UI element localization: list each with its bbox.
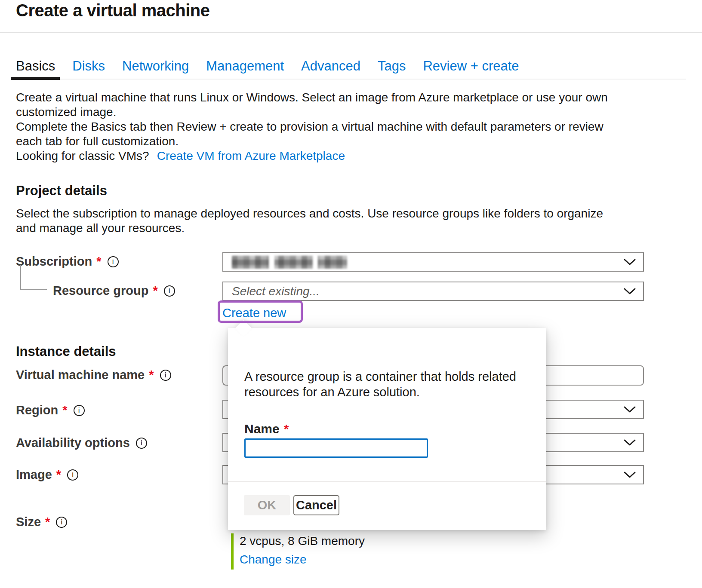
resource-group-label: Resource group * i xyxy=(53,284,175,298)
vm-name-label-text: Virtual machine name xyxy=(16,368,145,382)
tabs-divider xyxy=(11,79,686,80)
chevron-down-icon xyxy=(623,406,636,413)
tab-networking[interactable]: Networking xyxy=(117,58,194,74)
popup-divider xyxy=(228,481,546,482)
popup-callout-notch xyxy=(235,320,252,337)
tab-tags[interactable]: Tags xyxy=(373,58,411,74)
chevron-down-icon xyxy=(623,288,636,295)
size-specs-text: 2 vcpus, 8 GiB memory xyxy=(240,534,365,548)
size-label: Size * i xyxy=(16,515,67,529)
project-details-heading: Project details xyxy=(16,183,107,199)
region-label-text: Region xyxy=(16,403,58,417)
availability-options-label: Availability options i xyxy=(16,436,147,450)
resource-group-placeholder: Select existing... xyxy=(232,285,320,298)
info-icon[interactable]: i xyxy=(74,405,85,416)
resource-group-label-text: Resource group xyxy=(53,284,148,298)
availability-options-label-text: Availability options xyxy=(16,436,130,450)
required-asterisk: * xyxy=(96,254,101,269)
tab-management[interactable]: Management xyxy=(201,58,289,74)
image-label-text: Image xyxy=(16,468,52,482)
region-label: Region * i xyxy=(16,403,85,417)
active-tab-underline xyxy=(11,77,60,80)
popup-name-label-text: Name xyxy=(244,422,280,436)
image-label: Image * i xyxy=(16,468,78,482)
intro-paragraph-2: Complete the Basics tab then Review + cr… xyxy=(16,119,618,149)
create-vm-marketplace-link[interactable]: Create VM from Azure Marketplace xyxy=(157,149,345,162)
classic-vms-prompt: Looking for classic VMs? xyxy=(16,149,149,162)
subscription-dropdown[interactable] xyxy=(222,252,644,272)
subscription-label: Subscription * i xyxy=(16,254,119,269)
cancel-button[interactable]: Cancel xyxy=(293,495,339,515)
info-icon[interactable]: i xyxy=(108,256,119,267)
subscription-label-text: Subscription xyxy=(16,254,92,269)
instance-details-heading: Instance details xyxy=(16,344,116,359)
create-vm-page: Create a virtual machine Basics Disks Ne… xyxy=(0,0,702,588)
required-asterisk: * xyxy=(284,422,289,436)
change-size-link[interactable]: Change size xyxy=(240,553,307,567)
chevron-down-icon xyxy=(623,471,636,479)
required-asterisk: * xyxy=(153,284,157,298)
intro-paragraph-1: Create a virtual machine that runs Linux… xyxy=(16,90,618,119)
info-icon[interactable]: i xyxy=(164,285,175,297)
size-label-text: Size xyxy=(16,515,41,529)
title-divider xyxy=(0,32,702,33)
info-icon[interactable]: i xyxy=(56,517,67,528)
page-title: Create a virtual machine xyxy=(16,1,209,20)
tab-bar: Basics Disks Networking Management Advan… xyxy=(11,58,524,74)
tab-basics[interactable]: Basics xyxy=(11,58,60,74)
chevron-down-icon xyxy=(623,439,636,447)
ok-button[interactable]: OK xyxy=(244,495,290,515)
info-icon[interactable]: i xyxy=(67,469,78,481)
tab-disks[interactable]: Disks xyxy=(67,58,110,74)
create-new-link[interactable]: Create new xyxy=(222,306,286,320)
intro-paragraph-3: Looking for classic VMs?Create VM from A… xyxy=(16,149,618,163)
tree-connector-horizontal xyxy=(20,289,47,290)
tab-review-create[interactable]: Review + create xyxy=(418,58,524,74)
popup-name-label: Name * xyxy=(244,422,289,436)
tab-advanced[interactable]: Advanced xyxy=(296,58,366,74)
info-icon[interactable]: i xyxy=(160,370,171,381)
resource-group-dropdown[interactable]: Select existing... xyxy=(222,282,644,301)
required-asterisk: * xyxy=(149,368,154,382)
info-icon[interactable]: i xyxy=(136,438,147,449)
size-selection-accent-bar xyxy=(231,533,234,570)
subscription-selected-value-redacted xyxy=(232,256,347,269)
intro-text: Create a virtual machine that runs Linux… xyxy=(16,90,618,163)
popup-description: A resource group is a container that hol… xyxy=(244,369,542,400)
required-asterisk: * xyxy=(62,403,67,417)
resource-group-name-input[interactable] xyxy=(244,438,428,458)
chevron-down-icon xyxy=(623,258,636,266)
required-asterisk: * xyxy=(45,515,50,529)
tree-connector-vertical xyxy=(20,265,21,290)
vm-name-label: Virtual machine name * i xyxy=(16,368,171,382)
required-asterisk: * xyxy=(56,468,61,482)
create-resource-group-popup: A resource group is a container that hol… xyxy=(228,328,546,530)
project-details-description: Select the subscription to manage deploy… xyxy=(16,206,618,236)
